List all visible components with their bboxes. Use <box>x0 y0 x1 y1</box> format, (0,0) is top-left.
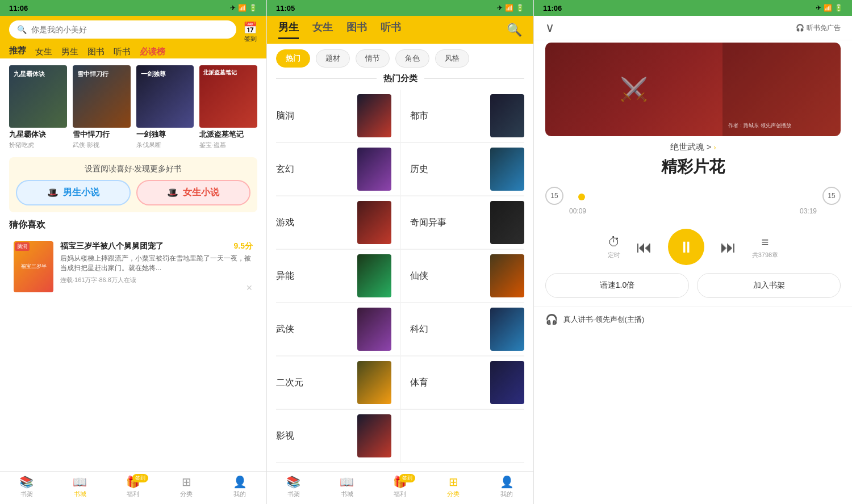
category-item-power[interactable]: 异能 <box>276 250 400 303</box>
category-item-city[interactable]: 都市 <box>400 90 525 142</box>
airplane-icon: ✈ <box>230 4 236 12</box>
nav-tab-recommend[interactable]: 推荐 <box>9 45 26 58</box>
ad-label: 听书免广告 <box>807 23 841 33</box>
mid-nav-shelf-label: 书架 <box>287 490 300 498</box>
timer-icon: ⏱ <box>608 235 620 250</box>
mid-tab-male[interactable]: 男生 <box>278 20 299 39</box>
filter-style[interactable]: 风格 <box>435 49 469 68</box>
category-row-6: 二次元 体育 <box>276 356 524 410</box>
category-item-scifi[interactable]: 科幻 <box>400 303 525 356</box>
category-row-4: 异能 仙侠 <box>276 250 524 303</box>
mid-nav-category[interactable]: ⊞ 分类 <box>427 475 480 498</box>
left-header-top: 🔍 📅 签到 <box>9 20 257 43</box>
timer-button[interactable]: ⏱ 定时 <box>608 235 620 259</box>
category-item-history[interactable]: 历史 <box>400 143 525 196</box>
mid-tab-books[interactable]: 图书 <box>346 20 367 39</box>
rec-item-1[interactable]: 脑洞 福宝三岁半 福宝三岁半被八个舅舅团宠了 后妈从楼梯上摔跟流产，小粟宝被罚在… <box>9 237 257 297</box>
female-label: 女生小说 <box>183 187 219 199</box>
category-row-1: 脑洞 都市 <box>276 90 524 143</box>
left-nav-welfare[interactable]: 🎁 福利 签到 <box>107 475 160 498</box>
category-row-3: 游戏 奇闻异事 <box>276 196 524 250</box>
prev-chapter-button[interactable]: ⏮ <box>636 238 652 257</box>
right-status-bar: 11:06 ✈ 📶 🔋 <box>534 0 852 16</box>
mid-tab-audio[interactable]: 听书 <box>381 20 401 39</box>
pause-button[interactable]: ⏸ <box>668 229 704 265</box>
category-thumb-fantasy <box>357 148 391 191</box>
rewind-circle-button[interactable]: 15 <box>545 187 563 205</box>
filter-role[interactable]: 角色 <box>395 49 429 68</box>
rec-desc-1: 后妈从楼梯上摔跟流产，小粟宝被罚在雪地里跪了一天一夜，被当成扫把星赶出家门。就在… <box>60 254 253 273</box>
nav-tab-male[interactable]: 男生 <box>61 47 78 57</box>
narrator-info-row[interactable]: 🎧 真人讲书·领先声创(主播) <box>534 306 852 333</box>
speed-button[interactable]: 语速1.0倍 <box>545 273 689 298</box>
book-cover-4: 北派盗墓笔记 <box>199 65 257 128</box>
mid-nav-bookstore[interactable]: 📖 书城 <box>320 475 374 498</box>
nav-tab-hot[interactable]: 必读榜 <box>140 47 165 57</box>
close-rec-button[interactable]: ✕ <box>246 283 253 292</box>
filter-hot[interactable]: 热门 <box>276 49 310 68</box>
left-nav-bookstore[interactable]: 📖 书城 <box>53 475 107 498</box>
book-item-3[interactable]: 一剑独尊 一剑独尊 杀伐果断 <box>136 65 194 149</box>
category-name-city: 都市 <box>410 110 428 122</box>
book-item-4[interactable]: 北派盗墓笔记 北派盗墓笔记 鉴宝·盗墓 <box>199 65 257 149</box>
mid-nav-welfare[interactable]: 🎁 福利 签到 <box>374 475 427 498</box>
series-arrow-icon: › <box>713 144 716 152</box>
left-nav-welfare-label: 福利 <box>127 490 139 498</box>
left-nav-profile[interactable]: 👤 我的 <box>213 475 266 498</box>
mid-nav-welfare-label: 福利 <box>394 490 406 498</box>
left-nav-profile-label: 我的 <box>233 490 246 498</box>
ad-free-action[interactable]: 🎧 听书免广告 <box>796 23 841 33</box>
mid-battery-icon: 🔋 <box>516 4 524 12</box>
right-status-time: 11:06 <box>543 4 562 12</box>
mid-nav-shelf[interactable]: 📚 书架 <box>267 475 320 498</box>
add-shelf-button[interactable]: 加入书架 <box>697 273 841 298</box>
search-input[interactable] <box>31 25 228 34</box>
audio-book-series[interactable]: 绝世武魂 > › <box>534 136 852 154</box>
category-item-sports[interactable]: 体育 <box>400 356 525 409</box>
book-item-1[interactable]: 九星霸体诀 九星霸体诀 扮猪吃虎 <box>9 65 67 149</box>
playlist-button[interactable]: ≡ 共3798章 <box>752 235 778 259</box>
nav-tab-female[interactable]: 女生 <box>35 47 52 57</box>
category-item-martial[interactable]: 武侠 <box>276 303 400 356</box>
category-item-film[interactable]: 影视 <box>276 410 400 463</box>
banner-info: 作者：路城东 领先声创播放 <box>722 43 841 136</box>
filter-topic[interactable]: 题材 <box>316 49 350 68</box>
left-panel: 11:06 ✈ 📶 🔋 🔍 📅 签到 推荐 女生 男生 图书 听书 必读榜 <box>0 0 267 504</box>
mid-nav-profile[interactable]: 👤 我的 <box>480 475 533 498</box>
left-nav-shelf[interactable]: 📚 书架 <box>0 475 53 498</box>
left-nav-category[interactable]: ⊞ 分类 <box>160 475 213 498</box>
mid-checkin-badge: 签到 <box>399 474 415 482</box>
nav-tab-audio[interactable]: 听书 <box>114 47 131 57</box>
banner-art-icon: ⚔️ <box>620 76 648 103</box>
next-chapter-button[interactable]: ⏭ <box>720 238 736 257</box>
category-item-brain[interactable]: 脑洞 <box>276 90 400 142</box>
section-title: 猜你喜欢 <box>9 219 257 231</box>
category-item-anime[interactable]: 二次元 <box>276 356 400 409</box>
checkin-button[interactable]: 📅 签到 <box>243 21 257 43</box>
category-item-fantasy[interactable]: 玄幻 <box>276 143 400 196</box>
headphone-ad-icon: 🎧 <box>796 24 804 32</box>
banner-subtitle: 作者：路城东 领先声创播放 <box>728 122 835 129</box>
male-btn[interactable]: 🎩 男生小说 <box>16 180 131 205</box>
category-thumb-weird <box>490 201 524 244</box>
book-tag-3: 杀伐果断 <box>136 141 194 149</box>
female-btn[interactable]: 🎩 女生小说 <box>136 180 251 205</box>
forward-circle-button[interactable]: 15 <box>822 187 841 205</box>
filter-plot[interactable]: 情节 <box>356 49 390 68</box>
left-search-bar[interactable]: 🔍 <box>9 20 236 39</box>
main-title-container: 精彩片花 <box>534 154 852 183</box>
category-thumb-brain <box>357 94 391 137</box>
female-icon: 🎩 <box>167 187 178 198</box>
book-title-4: 北派盗墓笔记 <box>199 130 257 140</box>
category-name-power: 异能 <box>276 270 294 282</box>
down-chevron-icon[interactable]: ∨ <box>545 20 554 35</box>
category-item-game[interactable]: 游戏 <box>276 196 400 249</box>
mid-search-icon[interactable]: 🔍 <box>507 23 522 37</box>
category-item-weird[interactable]: 奇闻异事 <box>400 196 525 249</box>
preference-banner: 设置阅读喜好·发现更多好书 🎩 男生小说 🎩 女生小说 <box>9 157 257 212</box>
category-thumb-game <box>357 201 391 244</box>
book-item-2[interactable]: 雪中悍刀行 雪中悍刀行 武侠·影视 <box>73 65 131 149</box>
nav-tab-books[interactable]: 图书 <box>87 47 105 57</box>
mid-tab-female[interactable]: 女生 <box>312 20 333 39</box>
category-item-xianxia[interactable]: 仙侠 <box>400 250 525 303</box>
